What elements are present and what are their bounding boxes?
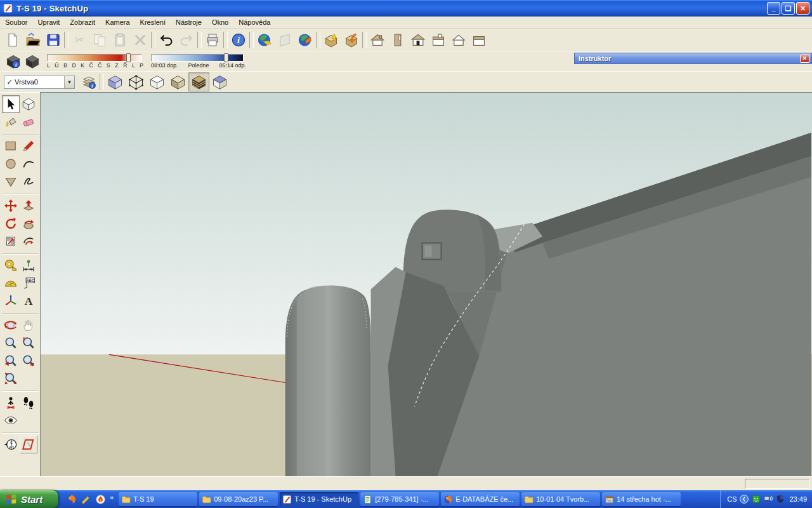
- layer-dropdown-button[interactable]: ▼: [64, 76, 74, 88]
- open-folder-button[interactable]: [23, 30, 43, 50]
- restore-button[interactable]: ❏: [782, 2, 795, 15]
- house-chimney-button[interactable]: [367, 30, 388, 50]
- minimize-button[interactable]: _: [767, 2, 780, 15]
- polygon-tool-button[interactable]: [2, 173, 20, 190]
- measurements-box[interactable]: [745, 479, 809, 489]
- orbit-tool-button[interactable]: [2, 316, 20, 334]
- firefox-quicklaunch-button[interactable]: [66, 494, 77, 505]
- walk-tool-button[interactable]: [20, 394, 37, 411]
- building-box-button[interactable]: [428, 30, 449, 50]
- redo-arrow-button[interactable]: [176, 30, 197, 50]
- shadow-date-slider[interactable]: [47, 54, 142, 62]
- push-pull-button[interactable]: [20, 197, 37, 215]
- circle-tool-button[interactable]: [2, 155, 20, 173]
- instructor-panel-titlebar[interactable]: Instruktor ✕: [574, 53, 812, 64]
- new-document-button[interactable]: [3, 30, 23, 50]
- door-panel-button[interactable]: [388, 30, 408, 50]
- shadow-time-slider[interactable]: [151, 54, 244, 62]
- task-button-1[interactable]: T-S 19: [119, 492, 197, 506]
- select-cursor-button[interactable]: [2, 95, 20, 113]
- quicklaunch-overflow-chevron[interactable]: »: [110, 493, 114, 501]
- chevron-hide-icon[interactable]: [739, 494, 749, 504]
- shadow-date-slider-thumb[interactable]: [126, 53, 131, 62]
- look-around-button[interactable]: [2, 411, 20, 429]
- google-earth-button[interactable]: [254, 30, 275, 50]
- layer-combo[interactable]: ✓ Vrstva0 ▼: [4, 76, 75, 89]
- task-button-6[interactable]: 10-01-04 Tvorb...: [521, 492, 600, 506]
- model-info-button[interactable]: i: [228, 30, 249, 50]
- delete-x-button[interactable]: [130, 30, 150, 50]
- cube-wireframe-button[interactable]: [126, 72, 147, 91]
- zoom-tool-button[interactable]: [2, 334, 20, 352]
- rectangle-tool-button[interactable]: [2, 137, 20, 155]
- task-button-4[interactable]: [279-785-341] -...: [360, 492, 439, 506]
- arc-tool-button[interactable]: [20, 155, 37, 173]
- cube-hidden-button[interactable]: [147, 72, 167, 91]
- position-camera-button[interactable]: [2, 394, 20, 411]
- network-monitor-icon[interactable]: [763, 494, 773, 504]
- cube-textured-button[interactable]: [188, 72, 209, 91]
- undo-arrow-button[interactable]: [156, 30, 176, 50]
- section-symbol-button[interactable]: CA-5: [2, 436, 20, 453]
- toggle-shadows-button[interactable]: [23, 53, 42, 70]
- print-printer-button[interactable]: [202, 30, 223, 50]
- menu-item-soubor[interactable]: Soubor: [0, 17, 32, 27]
- task-button-5[interactable]: E-DATABÁZE če...: [441, 492, 520, 506]
- text-abc-button[interactable]: ABC: [20, 274, 37, 292]
- tape-measure-button[interactable]: [2, 257, 20, 274]
- task-button-3[interactable]: T-S 19 - SketchUp: [280, 492, 358, 506]
- shield-security-icon[interactable]: [775, 494, 785, 504]
- shadow-settings-button[interactable]: i: [4, 53, 23, 70]
- rotate-arrows-button[interactable]: [2, 215, 20, 232]
- make-component-button[interactable]: [20, 95, 37, 113]
- place-model-button[interactable]: [295, 30, 315, 50]
- language-indicator[interactable]: CS: [727, 495, 737, 503]
- move-arrows-button[interactable]: [2, 197, 20, 215]
- pencil-line-button[interactable]: [20, 137, 37, 155]
- zoom-next-button[interactable]: [20, 352, 37, 370]
- offset-tool-button[interactable]: [20, 232, 37, 250]
- menu-item-upravit[interactable]: Upravit: [32, 17, 65, 27]
- zoom-previous-button[interactable]: [2, 352, 20, 370]
- menu-item-okno[interactable]: Okno: [207, 17, 233, 27]
- paint-bucket-button[interactable]: [2, 113, 20, 131]
- layer-manager-button[interactable]: i: [79, 72, 99, 91]
- close-button[interactable]: ✕: [796, 2, 809, 15]
- freehand-tool-button[interactable]: [20, 173, 37, 190]
- eraser-button[interactable]: [20, 113, 37, 131]
- menu-item-zobrazit[interactable]: Zobrazit: [65, 17, 100, 27]
- scale-tool-button[interactable]: [2, 232, 20, 250]
- cube-monochrome-button[interactable]: [209, 72, 230, 91]
- protractor-button[interactable]: [2, 274, 20, 292]
- task-button-2[interactable]: 09-08-20az23 P...: [199, 492, 278, 506]
- copy-pages-button[interactable]: [89, 30, 110, 50]
- menu-item-napoveda[interactable]: Nápověda: [233, 17, 275, 27]
- house-door-button[interactable]: [408, 30, 428, 50]
- text-3d-button[interactable]: A: [20, 292, 37, 310]
- drawing-viewport[interactable]: [40, 92, 812, 476]
- cube-shaded-button[interactable]: [167, 72, 188, 91]
- zoom-window-button[interactable]: [20, 334, 37, 352]
- get-models-box-button[interactable]: [321, 30, 341, 50]
- flame-app-quicklaunch-button[interactable]: [95, 494, 106, 505]
- pan-hand-button[interactable]: [20, 316, 37, 334]
- follow-me-button[interactable]: [20, 215, 37, 232]
- menu-item-kamera[interactable]: Kamera: [100, 17, 135, 27]
- paste-clipboard-button[interactable]: [110, 30, 130, 50]
- cut-scissors-button[interactable]: ✂: [69, 30, 89, 50]
- zoom-extents-button[interactable]: [2, 370, 20, 387]
- photo-match-button[interactable]: [275, 30, 295, 50]
- cube-xray-button[interactable]: [105, 72, 126, 91]
- instructor-close-button[interactable]: ✕: [800, 55, 809, 63]
- dimension-tool-button[interactable]: [20, 257, 37, 274]
- start-button[interactable]: Start: [0, 490, 58, 508]
- house-outline-button[interactable]: [449, 30, 469, 50]
- share-model-box-button[interactable]: [341, 30, 362, 50]
- task-button-7[interactable]: 14 střecha hot -...: [602, 492, 681, 506]
- shadow-time-slider-thumb[interactable]: [224, 53, 228, 62]
- section-plane-button[interactable]: [20, 436, 37, 453]
- axes-tool-button[interactable]: [2, 292, 20, 310]
- menu-item-kresleni[interactable]: Kreslení: [135, 17, 171, 27]
- yellow-app-quicklaunch-button[interactable]: [81, 494, 91, 505]
- menu-item-nastroje[interactable]: Nástroje: [171, 17, 207, 27]
